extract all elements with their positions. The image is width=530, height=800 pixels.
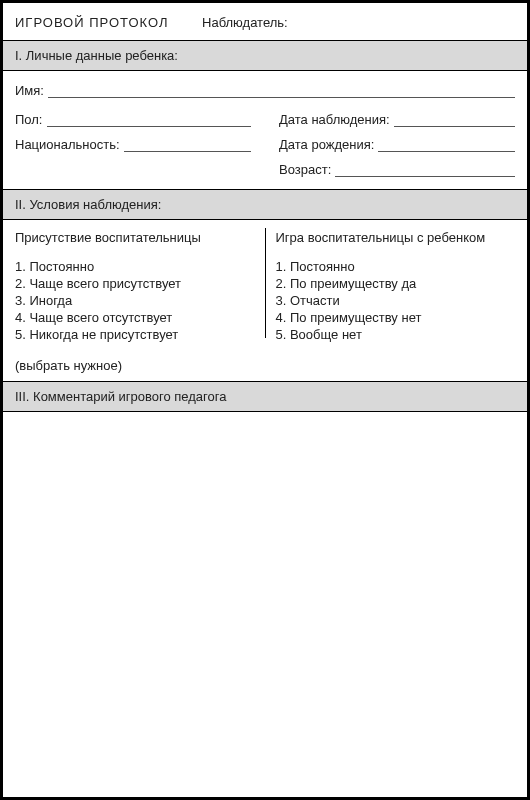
nationality-input-line[interactable] [124,138,251,152]
section-commentary: III. Комментарий игрового педагога [3,381,527,739]
name-label: Имя: [15,83,44,98]
play-option[interactable]: 4. По преимуществу нет [276,310,516,325]
name-row: Имя: [15,83,515,98]
presence-options: 1. Постоянно 2. Чаще всего присутствует … [15,259,255,342]
age-label: Возраст: [279,162,331,177]
play-option[interactable]: 3. Отчасти [276,293,516,308]
observation-date-input-line[interactable] [394,113,515,127]
presence-column: Присутствие воспитательницы 1. Постоянно… [15,230,265,373]
presence-option[interactable]: 1. Постоянно [15,259,255,274]
section2-body: Присутствие воспитательницы 1. Постоянно… [3,219,527,381]
birth-date-input-line[interactable] [378,138,515,152]
name-input-line[interactable] [48,84,515,98]
play-options: 1. Постоянно 2. По преимуществу да 3. От… [276,259,516,342]
section1-body: Имя: Пол: Национальность: [3,70,527,189]
play-column: Игра воспитательницы с ребенком 1. Посто… [266,230,516,373]
presence-option[interactable]: 2. Чаще всего присутствует [15,276,255,291]
observer-label: Наблюдатель: [202,15,288,30]
form-title: ИГРОВОЙ ПРОТОКОЛ [15,15,168,30]
gender-input-line[interactable] [47,113,252,127]
play-option[interactable]: 1. Постоянно [276,259,516,274]
birth-date-label: Дата рождения: [279,137,374,152]
protocol-form: ИГРОВОЙ ПРОТОКОЛ Наблюдатель: I. Личные … [0,0,530,800]
presence-option[interactable]: 5. Никогда не присутствует [15,327,255,342]
section1-header: I. Личные данные ребенка: [3,41,527,70]
play-title: Игра воспитательницы с ребенком [276,230,516,245]
form-header: ИГРОВОЙ ПРОТОКОЛ Наблюдатель: [3,3,527,40]
presence-option[interactable]: 3. Иногда [15,293,255,308]
commentary-area[interactable] [3,411,527,739]
choose-note: (выбрать нужное) [15,358,255,373]
presence-title: Присутствие воспитательницы [15,230,255,245]
play-option[interactable]: 5. Вообще нет [276,327,516,342]
presence-option[interactable]: 4. Чаще всего отсутствует [15,310,255,325]
section-observation-conditions: II. Условия наблюдения: Присутствие восп… [3,189,527,381]
play-option[interactable]: 2. По преимуществу да [276,276,516,291]
gender-label: Пол: [15,112,43,127]
section3-header: III. Комментарий игрового педагога [3,382,527,411]
section2-header: II. Условия наблюдения: [3,190,527,219]
nationality-label: Национальность: [15,137,120,152]
observation-date-label: Дата наблюдения: [279,112,390,127]
age-input-line[interactable] [335,163,515,177]
section-personal-data: I. Личные данные ребенка: Имя: Пол: [3,40,527,189]
